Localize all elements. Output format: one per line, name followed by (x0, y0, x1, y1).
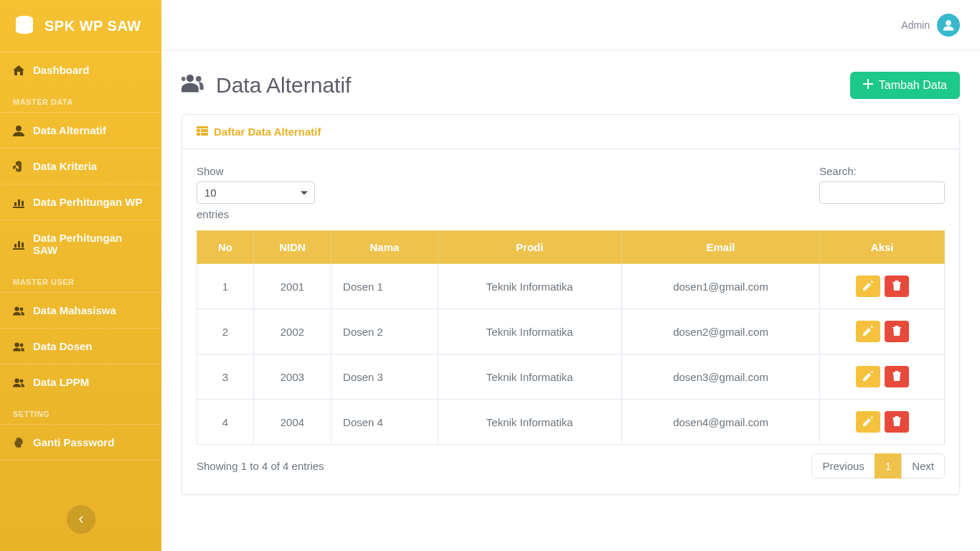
delete-button[interactable] (885, 411, 909, 433)
edit-icon (863, 281, 873, 293)
svg-point-3 (20, 307, 24, 311)
cubes-icon (13, 161, 24, 172)
cogs-icon (13, 437, 24, 448)
sidebar-item-data-perhitungan-saw[interactable]: Data Perhitungan SAW (0, 220, 161, 268)
brand-title: SPK WP SAW (44, 18, 141, 34)
cell-email: dosen3@gmail.com (621, 354, 820, 400)
cell-aksi (820, 400, 945, 445)
sidebar-item-data-lppm[interactable]: Data LPPM (0, 364, 161, 400)
length-label-pre: Show (197, 165, 315, 177)
datatable-bottom: Showing 1 to 4 of 4 entries Previous1Nex… (197, 453, 945, 479)
sidebar-item-label: Data Mahasiswa (33, 304, 116, 316)
cell-no: 4 (197, 400, 254, 445)
sidebar-collapse-button[interactable] (67, 505, 95, 534)
table-icon (197, 125, 208, 138)
svg-point-7 (20, 379, 24, 382)
main: Admin Data Alternatif Tambah Data (161, 0, 980, 551)
search-input[interactable] (819, 182, 945, 204)
sidebar-item-label: Dashboard (33, 64, 89, 76)
sidebar-item-label: Ganti Password (33, 436, 114, 448)
add-data-button[interactable]: Tambah Data (850, 72, 960, 99)
col-nidn[interactable]: NIDN (253, 231, 331, 264)
nav-heading: MASTER USER (0, 268, 161, 292)
edit-button[interactable] (856, 411, 880, 433)
datatable-search: Search: (819, 165, 945, 220)
edit-button[interactable] (856, 321, 880, 342)
sidebar-item-label: Data Dosen (33, 340, 93, 352)
edit-icon (863, 371, 873, 383)
cell-aksi (820, 264, 945, 309)
sidebar-item-label: Data Kriteria (33, 160, 97, 172)
sidebar-item-data-mahasiswa[interactable]: Data Mahasiswa (0, 292, 161, 328)
delete-button[interactable] (885, 366, 909, 387)
sidebar-item-ganti-password[interactable]: Ganti Password (0, 424, 161, 461)
length-select[interactable]: 10 (197, 182, 315, 204)
col-prodi[interactable]: Prodi (438, 231, 621, 264)
cell-prodi: Teknik Informatika (438, 264, 621, 309)
trash-icon (892, 326, 902, 338)
svg-point-6 (14, 378, 19, 382)
svg-point-5 (20, 343, 24, 347)
users-icon (13, 377, 24, 388)
delete-button[interactable] (885, 321, 909, 342)
cell-nidn: 2003 (253, 354, 331, 400)
trash-icon (892, 371, 902, 383)
sidebar-item-data-alternatif[interactable]: Data Alternatif (0, 112, 161, 148)
table-row: 32003Dosen 3Teknik Informatikadosen3@gma… (197, 354, 945, 400)
col-email[interactable]: Email (621, 231, 820, 264)
sidebar-item-label: Data Perhitungan SAW (33, 232, 149, 256)
chart-icon (13, 238, 24, 250)
col-aksi[interactable]: Aksi (820, 231, 945, 264)
table-row: 42004Dosen 4Teknik Informatikadosen4@gma… (197, 400, 945, 445)
svg-point-10 (187, 75, 194, 82)
nav-heading: SETTING (0, 400, 161, 424)
brand: SPK WP SAW (0, 0, 161, 52)
svg-point-9 (946, 20, 951, 26)
content: Data Alternatif Tambah Data Daftar Data … (161, 50, 980, 551)
cell-no: 1 (197, 264, 254, 309)
page-1[interactable]: 1 (875, 453, 902, 479)
length-label-post: entries (197, 208, 315, 220)
col-no[interactable]: No (197, 231, 254, 264)
trash-icon (892, 281, 902, 293)
datatable-info: Showing 1 to 4 of 4 entries (197, 460, 324, 472)
sidebar-item-data-dosen[interactable]: Data Dosen (0, 328, 161, 364)
cell-no: 2 (197, 309, 254, 354)
users-icon (13, 341, 24, 352)
home-icon (13, 65, 24, 76)
cell-prodi: Teknik Informatika (438, 354, 621, 400)
edit-icon (863, 416, 873, 428)
col-nama[interactable]: Nama (331, 231, 438, 264)
add-button-label: Tambah Data (879, 79, 947, 92)
users-icon (13, 305, 24, 316)
svg-point-1 (16, 126, 22, 131)
edit-button[interactable] (856, 276, 880, 297)
svg-point-2 (14, 306, 19, 311)
cell-aksi (820, 309, 945, 354)
page-next[interactable]: Next (901, 453, 945, 479)
svg-point-11 (196, 76, 202, 82)
plus-icon (863, 79, 873, 92)
page-title: Data Alternatif (182, 70, 351, 100)
data-table: NoNIDNNamaProdiEmailAksi 12001Dosen 1Tek… (197, 230, 945, 445)
sidebar-item-data-perhitungan-wp[interactable]: Data Perhitungan WP (0, 184, 161, 220)
pagination: Previous1Next (811, 453, 945, 479)
sidebar-item-data-kriteria[interactable]: Data Kriteria (0, 148, 161, 184)
page-header: Data Alternatif Tambah Data (182, 70, 960, 100)
cell-email: dosen2@gmail.com (621, 309, 820, 354)
table-row: 12001Dosen 1Teknik Informatikadosen1@gma… (197, 264, 945, 309)
sidebar-item-label: Data Alternatif (33, 124, 106, 136)
sidebar-item-dashboard[interactable]: Dashboard (0, 52, 161, 88)
edit-button[interactable] (856, 366, 880, 387)
svg-point-0 (16, 16, 33, 22)
avatar (937, 14, 960, 37)
chevron-left-icon (77, 514, 85, 525)
svg-point-4 (14, 342, 19, 347)
length-select-wrap: 10 (197, 182, 315, 204)
svg-point-12 (182, 77, 186, 81)
user-menu[interactable]: Admin (901, 14, 960, 37)
sidebar-item-label: Data LPPM (33, 376, 89, 388)
page-prev[interactable]: Previous (811, 453, 875, 479)
delete-button[interactable] (885, 276, 909, 297)
card-header: Daftar Data Alternatif (182, 115, 959, 149)
